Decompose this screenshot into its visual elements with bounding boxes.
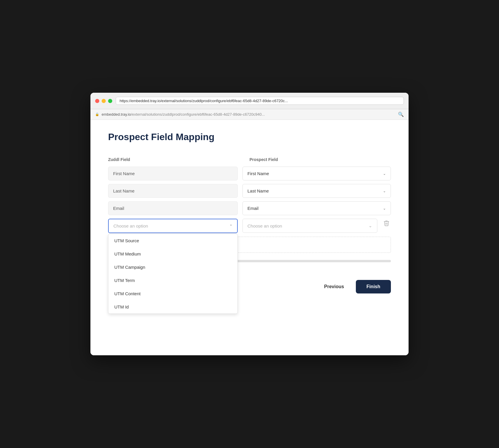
dropdown-item-utm-campaign[interactable]: UTM Campaign — [108, 260, 237, 274]
dropdown-item-utm-term[interactable]: UTM Term — [108, 274, 237, 287]
chevron-up-icon: ⌃ — [229, 224, 232, 228]
mapping-rows: First Name First Name ⌄ Last Name Last N… — [108, 167, 391, 233]
dropdown-item-utm-id[interactable]: UTM Id — [108, 300, 237, 313]
mapping-row: First Name First Name ⌄ — [108, 167, 391, 180]
prospect-first-name-select[interactable]: First Name ⌄ — [242, 167, 391, 180]
minimize-button[interactable] — [102, 99, 106, 103]
chevron-down-icon: ⌄ — [383, 206, 386, 210]
address-bar: 🔒 embedded.tray.io/external/solutions/zu… — [90, 109, 409, 120]
prospect-last-name-select[interactable]: Last Name ⌄ — [242, 184, 391, 198]
zuddl-last-name-field: Last Name — [108, 184, 238, 198]
lock-icon: 🔒 — [95, 112, 99, 116]
mapping-row: Last Name Last Name ⌄ — [108, 184, 391, 198]
mapping-row: Email Email ⌄ — [108, 201, 391, 215]
prospect-email-select[interactable]: Email ⌄ — [242, 201, 391, 215]
delete-row-button[interactable] — [382, 219, 391, 229]
chevron-down-icon: ⌄ — [383, 172, 386, 176]
active-mapping-row: Choose an option ⌃ UTM Source UTM Medium… — [108, 219, 391, 233]
previous-button[interactable]: Previous — [318, 280, 350, 293]
prospect-column-header: Prospect Field — [250, 157, 391, 162]
browser-content: Prospect Field Mapping Zuddl Field Prosp… — [90, 120, 409, 355]
dropdown-menu: UTM Source UTM Medium UTM Campaign UTM T… — [108, 234, 238, 314]
dropdown-item-utm-medium[interactable]: UTM Medium — [108, 247, 237, 260]
prospect-choose-option-select[interactable]: Choose an option ⌄ — [242, 219, 377, 233]
zuddl-first-name-field: First Name — [108, 167, 238, 180]
browser-window: https://embedded.tray.io/external/soluti… — [90, 93, 409, 355]
title-url-text: https://embedded.tray.io/external/soluti… — [120, 99, 288, 103]
close-button[interactable] — [95, 99, 99, 103]
address-url[interactable]: embedded.tray.io/external/solutions/zudd… — [102, 112, 265, 117]
search-icon[interactable]: 🔍 — [398, 112, 404, 117]
url-path: /external/solutions/zuddlprod/configure/… — [131, 112, 265, 117]
zuddl-column-header: Zuddl Field — [108, 157, 238, 162]
field-mapping-container: Zuddl Field Prospect Field First Name Fi… — [108, 157, 391, 262]
chevron-down-icon: ⌄ — [369, 223, 372, 228]
title-url-bar: https://embedded.tray.io/external/soluti… — [116, 97, 404, 105]
finish-button[interactable]: Finish — [356, 280, 391, 293]
page-title: Prospect Field Mapping — [108, 132, 391, 142]
url-host: embedded.tray.io — [102, 112, 131, 117]
browser-titlebar: https://embedded.tray.io/external/soluti… — [90, 93, 409, 109]
zuddl-email-field: Email — [108, 201, 238, 215]
dropdown-item-utm-source[interactable]: UTM Source — [108, 234, 237, 247]
dropdown-item-utm-content[interactable]: UTM Content — [108, 287, 237, 300]
zuddl-choose-option-select[interactable]: Choose an option ⌃ — [108, 219, 238, 233]
footer-buttons: Previous Finish — [318, 280, 391, 293]
field-mapping-header: Zuddl Field Prospect Field — [108, 157, 391, 162]
maximize-button[interactable] — [108, 99, 112, 103]
traffic-lights — [95, 99, 112, 103]
chevron-down-icon: ⌄ — [383, 189, 386, 193]
